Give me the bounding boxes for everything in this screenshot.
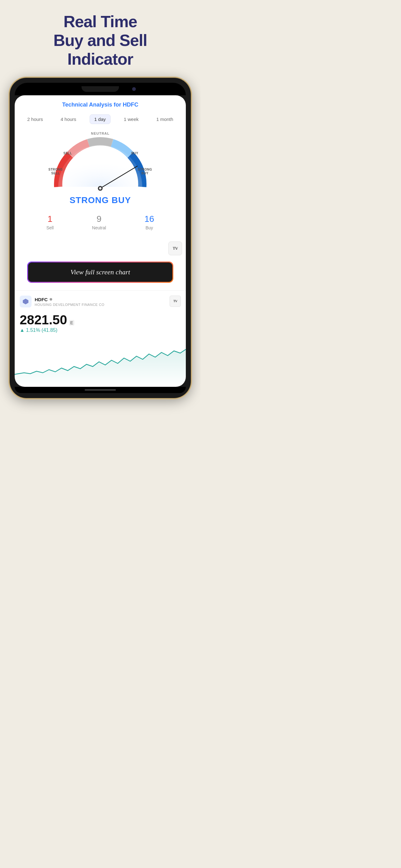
stat-buy-value: 16 [144, 214, 154, 224]
time-tabs: 2 hours 4 hours 1 day 1 week 1 month [15, 112, 186, 129]
phone-screen: Technical Analysis for HDFC 2 hours 4 ho… [15, 95, 186, 387]
gauge-labels: SELL BUY STRONGSELL STRONGBUY [47, 136, 153, 193]
price-main: 2821.50 E [20, 312, 181, 328]
stat-buy-label: Buy [145, 225, 153, 230]
price-change: ▲ 1.51% (41.85) [20, 328, 181, 333]
ta-header-text: Technical Analysis for [62, 101, 123, 108]
stats-row: 1 Sell 9 Neutral 16 Buy [15, 212, 186, 238]
stock-left: HDFC HOUSING DEVELOPMENT FINANCE CO [20, 296, 104, 307]
tab-1month[interactable]: 1 month [152, 115, 177, 124]
gauge-section: NEUTRAL [15, 129, 186, 212]
view-fullscreen-button[interactable]: View full screen chart [28, 262, 172, 282]
phone-notch [81, 86, 119, 92]
ta-ticker: HDFC [123, 101, 138, 108]
tradingview-badge-small: 𝕋𝕍 [170, 296, 181, 307]
spacer-with-badge: 𝕋𝕍 [15, 238, 186, 256]
screen-content: Technical Analysis for HDFC 2 hours 4 ho… [15, 95, 186, 387]
gauge-container: SELL BUY STRONGSELL STRONGBUY [47, 136, 153, 193]
phone-notch-area [15, 83, 186, 95]
stat-neutral-value: 9 [97, 214, 101, 224]
gauge-strong-buy-label: STRONGBUY [138, 168, 152, 175]
hero-section: Real Time Buy and Sell Indicator [35, 0, 166, 78]
gauge-strong-sell-label: STRONGSELL [48, 168, 63, 175]
price-section: 2821.50 E ▲ 1.51% (41.85) [15, 311, 186, 337]
view-btn-glow: View full screen chart [27, 261, 173, 283]
stat-neutral: 9 Neutral [92, 214, 106, 230]
stock-section: HDFC HOUSING DEVELOPMENT FINANCE CO 𝕋𝕍 [15, 290, 186, 311]
stock-icon [20, 296, 32, 307]
home-indicator [85, 389, 116, 391]
hero-title: Real Time Buy and Sell Indicator [35, 0, 166, 78]
view-btn-wrapper: View full screen chart [15, 256, 186, 290]
phone-camera [132, 87, 136, 91]
ta-header: Technical Analysis for HDFC [15, 95, 186, 112]
stat-neutral-label: Neutral [92, 225, 106, 230]
stock-dot [49, 298, 52, 301]
stock-ticker: HDFC [35, 297, 48, 302]
tradingview-badge: 𝕋𝕍 [168, 242, 182, 255]
gauge-sell-label: SELL [63, 152, 72, 155]
stat-sell-label: Sell [46, 225, 54, 230]
stock-full-name: HOUSING DEVELOPMENT FINANCE CO [35, 303, 104, 307]
stock-info: HDFC HOUSING DEVELOPMENT FINANCE CO [35, 297, 104, 307]
tab-1day[interactable]: 1 day [90, 114, 110, 124]
gauge-buy-label: BUY [131, 152, 138, 155]
gauge-result: STRONG BUY [70, 195, 131, 205]
stat-sell: 1 Sell [46, 214, 54, 230]
gauge-neutral-label: NEUTRAL [91, 131, 110, 135]
phone-bottom [15, 387, 186, 393]
price-value: 2821.50 [20, 312, 67, 328]
chart-area [15, 337, 186, 387]
phone-mockup: Technical Analysis for HDFC 2 hours 4 ho… [10, 78, 191, 398]
tab-4hours[interactable]: 4 hours [56, 115, 80, 124]
tab-1week[interactable]: 1 week [119, 115, 143, 124]
tab-2hours[interactable]: 2 hours [23, 115, 47, 124]
stock-ticker-row: HDFC [35, 297, 104, 302]
stat-buy: 16 Buy [144, 214, 154, 230]
price-e-badge: E [69, 320, 74, 326]
stat-sell-value: 1 [47, 214, 53, 224]
